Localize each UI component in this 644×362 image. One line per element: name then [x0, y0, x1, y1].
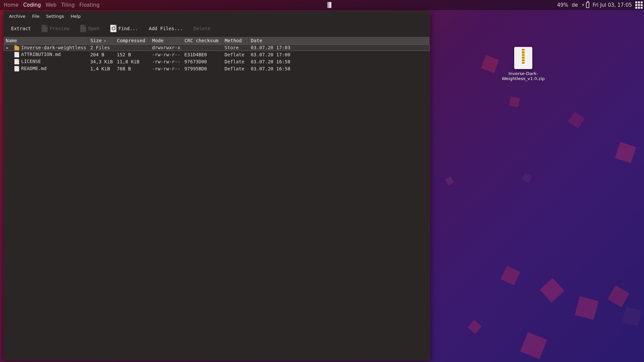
- row-crc: [182, 44, 223, 51]
- decor-cube: [509, 97, 520, 107]
- desktop-file-icon[interactable]: Inverse-Dark-Weightless_v1.0.zip: [490, 47, 557, 81]
- decor-cube: [607, 285, 630, 307]
- file-icon: [14, 52, 19, 57]
- decor-cube: [615, 142, 636, 163]
- table-row[interactable]: README.md1,4 KiB768 B-rw-rw-r--97995BD0D…: [4, 65, 430, 72]
- document-icon: [80, 25, 86, 32]
- decor-cube: [522, 173, 532, 183]
- toolbar-label: Open: [88, 26, 100, 31]
- toolbar: ExtractPreviewOpenFind...Add Files...Del…: [4, 21, 430, 37]
- row-method: Deflate: [223, 58, 249, 65]
- workspace-floating[interactable]: Floating: [77, 1, 102, 9]
- column-header-method[interactable]: Method: [223, 37, 249, 44]
- row-compressed: 11,8 KiB: [115, 58, 150, 65]
- row-date: 03.07.20 16:58: [249, 65, 430, 72]
- column-header-compressed[interactable]: Compressed: [115, 37, 150, 44]
- row-compressed: 152 B: [115, 51, 150, 58]
- decor-cube: [468, 320, 482, 334]
- taskbar: HomeCodingWebTilingFloating 49% de ⚡ Fri…: [0, 0, 644, 10]
- column-header-crc-checksum[interactable]: CRC checksum: [182, 37, 223, 44]
- column-header-date[interactable]: Date: [249, 37, 430, 44]
- decor-cube: [520, 332, 547, 359]
- find-button[interactable]: Find...: [106, 23, 143, 34]
- row-date: 03.07.20 16:58: [249, 58, 430, 65]
- row-name: ATTRIBUTION.md: [21, 52, 61, 57]
- row-method: Deflate: [223, 65, 249, 72]
- workspace-switcher: HomeCodingWebTilingFloating: [1, 1, 102, 9]
- row-crc: 97673D00: [182, 58, 223, 65]
- toolbar-label: Find...: [118, 26, 138, 31]
- file-list[interactable]: NameSizeCompressedModeCRC checksumMethod…: [4, 37, 430, 360]
- table-header-row: NameSizeCompressedModeCRC checksumMethod…: [4, 37, 430, 44]
- row-mode: -rw-rw-r--: [150, 51, 182, 58]
- toolbar-label: Add Files...: [149, 26, 183, 31]
- row-name: README.md: [21, 66, 47, 71]
- row-compressed: 768 B: [115, 65, 150, 72]
- open-button: Open: [75, 23, 104, 34]
- row-size: 1,4 KiB: [88, 65, 115, 72]
- row-size: 204 B: [88, 51, 115, 58]
- add-files-button[interactable]: Add Files...: [144, 24, 187, 33]
- menu-settings[interactable]: Settings: [43, 12, 67, 20]
- row-date: 03.07.20 17:03: [249, 44, 430, 51]
- file-table: NameSizeCompressedModeCRC checksumMethod…: [4, 37, 430, 72]
- battery-percent: 49%: [557, 2, 568, 8]
- workspace-grid-icon[interactable]: [635, 1, 643, 9]
- row-crc: E31D4BE0: [182, 51, 223, 58]
- desktop-file-label: Inverse-Dark-Weightless_v1.0.zip: [490, 71, 557, 81]
- workspace-web[interactable]: Web: [43, 1, 59, 9]
- document-icon: [42, 25, 48, 32]
- expander-icon[interactable]: ▸: [6, 45, 9, 50]
- toolbar-label: Preview: [50, 26, 69, 31]
- decor-cube: [540, 278, 564, 302]
- row-size: 2 Files: [88, 44, 115, 51]
- row-name: Inverse-dark-weightless: [21, 45, 86, 50]
- decor-cube: [623, 307, 642, 326]
- row-mode: drwxrwxr-x: [150, 44, 182, 51]
- tray-app-icon[interactable]: [327, 2, 331, 8]
- row-mode: -rw-rw-r--: [150, 58, 182, 65]
- menu-archive[interactable]: Archive: [6, 12, 29, 20]
- search-icon: [110, 25, 116, 32]
- file-icon: [14, 66, 19, 71]
- battery-indicator[interactable]: ⚡: [581, 2, 589, 8]
- row-name: LICENSE: [21, 59, 41, 64]
- menu-help[interactable]: Help: [67, 12, 84, 20]
- folder-icon: [14, 46, 19, 50]
- decor-cube: [568, 112, 585, 128]
- row-mode: -rw-rw-r--: [150, 65, 182, 72]
- column-header-size[interactable]: Size: [88, 37, 115, 44]
- row-size: 34,3 KiB: [88, 58, 115, 65]
- battery-icon: [586, 2, 589, 8]
- keyboard-layout[interactable]: de: [572, 2, 578, 8]
- file-icon: [14, 59, 19, 64]
- toolbar-label: Delete: [194, 26, 211, 31]
- row-compressed: [115, 44, 150, 51]
- column-header-mode[interactable]: Mode: [150, 37, 182, 44]
- workspace-home[interactable]: Home: [1, 1, 21, 9]
- workspace-tiling[interactable]: Tiling: [59, 1, 77, 9]
- column-header-name[interactable]: Name: [4, 37, 88, 44]
- row-method: Store: [223, 44, 249, 51]
- menubar: ArchiveFileSettingsHelp: [4, 11, 430, 21]
- menu-file[interactable]: File: [29, 12, 43, 20]
- zip-icon: [514, 47, 532, 69]
- row-date: 03.07.20 17:00: [249, 51, 430, 58]
- tray-right: 49% de ⚡ Fri Jul 03, 17:05: [557, 1, 643, 9]
- charging-icon: ⚡: [581, 2, 585, 8]
- workspace-coding[interactable]: Coding: [21, 1, 43, 9]
- table-row[interactable]: ATTRIBUTION.md204 B152 B-rw-rw-r--E31D4B…: [4, 51, 430, 58]
- delete-button: Delete: [189, 24, 215, 33]
- archive-manager-window: ArchiveFileSettingsHelp ExtractPreviewOp…: [3, 11, 430, 361]
- row-crc: 97995BD0: [182, 65, 223, 72]
- toolbar-label: Extract: [11, 26, 31, 31]
- preview-button: Preview: [37, 23, 74, 34]
- clock[interactable]: Fri Jul 03, 17:05: [593, 2, 632, 8]
- tray-center: [327, 2, 331, 8]
- extract-button[interactable]: Extract: [6, 24, 36, 33]
- decor-cube: [445, 176, 454, 185]
- row-method: Deflate: [223, 51, 249, 58]
- table-row[interactable]: ▸Inverse-dark-weightless2 Filesdrwxrwxr-…: [4, 44, 430, 51]
- table-row[interactable]: LICENSE34,3 KiB11,8 KiB-rw-rw-r--97673D0…: [4, 58, 430, 65]
- decor-cube: [501, 266, 520, 285]
